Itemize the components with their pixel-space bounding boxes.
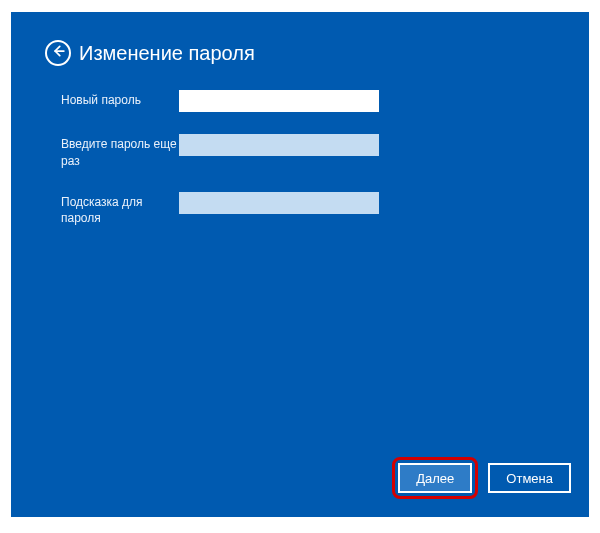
- password-hint-input[interactable]: [179, 192, 379, 214]
- label-hint: Подсказка для пароля: [61, 192, 179, 228]
- label-new-password: Новый пароль: [61, 90, 179, 109]
- password-form: Новый пароль Введите пароль еще раз Подс…: [11, 66, 589, 227]
- new-password-input[interactable]: [179, 90, 379, 112]
- row-confirm-password: Введите пароль еще раз: [61, 134, 589, 170]
- confirm-password-input[interactable]: [179, 134, 379, 156]
- arrow-left-icon: [51, 44, 65, 62]
- row-new-password: Новый пароль: [61, 90, 589, 112]
- change-password-window: Изменение пароля Новый пароль Введите па…: [11, 12, 589, 517]
- row-hint: Подсказка для пароля: [61, 192, 589, 228]
- page-title: Изменение пароля: [79, 42, 255, 65]
- button-bar: Далее Отмена: [392, 457, 571, 499]
- next-button[interactable]: Далее: [398, 463, 472, 493]
- label-confirm-password: Введите пароль еще раз: [61, 134, 179, 170]
- cancel-button[interactable]: Отмена: [488, 463, 571, 493]
- highlight-annotation: Далее: [392, 457, 478, 499]
- header: Изменение пароля: [11, 12, 589, 66]
- back-button[interactable]: [45, 40, 71, 66]
